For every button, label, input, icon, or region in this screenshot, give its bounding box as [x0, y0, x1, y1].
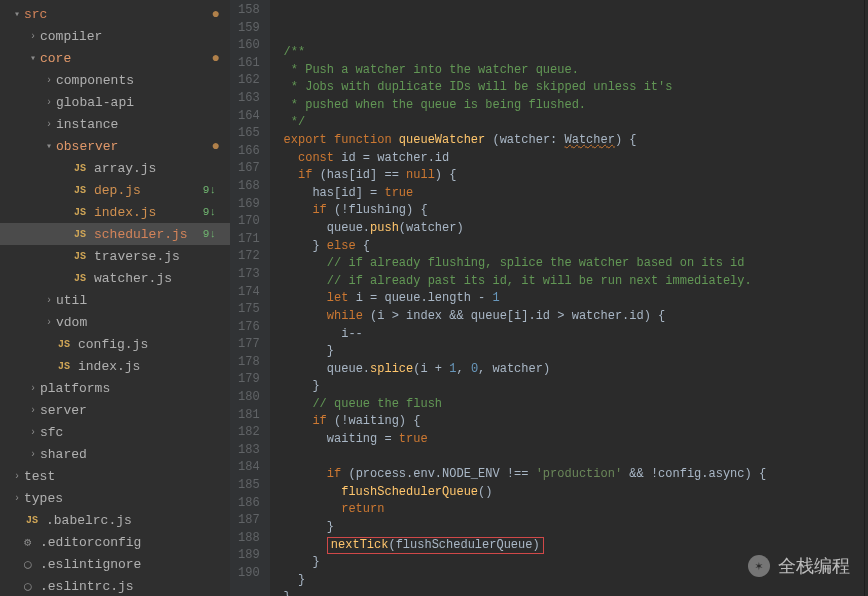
tree-item-label: watcher.js — [94, 271, 220, 286]
chevron-right-icon[interactable]: › — [26, 31, 40, 42]
code-line[interactable]: /** — [284, 44, 864, 62]
chevron-right-icon[interactable]: › — [42, 317, 56, 328]
code-line[interactable]: // if already flushing, splice the watch… — [284, 255, 864, 273]
code-line[interactable]: waiting = true — [284, 431, 864, 449]
js-file-icon: JS — [72, 229, 94, 240]
code-line[interactable]: // if already past its id, it will be ru… — [284, 273, 864, 291]
code-line[interactable]: flushSchedulerQueue() — [284, 484, 864, 502]
tree-item-types[interactable]: ›types — [0, 487, 230, 509]
chevron-down-icon[interactable]: ▾ — [42, 140, 56, 152]
tree-item-sfc[interactable]: ›sfc — [0, 421, 230, 443]
tree-item--eslintignore[interactable]: ◯.eslintignore — [0, 553, 230, 575]
code-area[interactable]: /** * Push a watcher into the watcher qu… — [270, 0, 864, 596]
code-line[interactable]: nextTick(flushSchedulerQueue) — [284, 537, 864, 555]
code-line[interactable]: if (!waiting) { — [284, 413, 864, 431]
code-line[interactable]: */ — [284, 114, 864, 132]
chevron-right-icon[interactable]: › — [42, 75, 56, 86]
tree-item-instance[interactable]: ›instance — [0, 113, 230, 135]
tree-item-label: config.js — [78, 337, 220, 352]
code-line[interactable]: if (!flushing) { — [284, 202, 864, 220]
tree-item-index-js[interactable]: JSindex.js — [0, 355, 230, 377]
code-line[interactable]: if (has[id] == null) { — [284, 167, 864, 185]
tree-item-label: .babelrc.js — [46, 513, 220, 528]
tree-item-server[interactable]: ›server — [0, 399, 230, 421]
code-line[interactable]: queue.splice(i + 1, 0, watcher) — [284, 361, 864, 379]
code-line[interactable]: } — [284, 589, 864, 596]
code-line[interactable]: * Jobs with duplicate IDs will be skippe… — [284, 79, 864, 97]
code-line[interactable]: } — [284, 519, 864, 537]
chevron-right-icon[interactable]: › — [26, 449, 40, 460]
line-number: 184 — [238, 459, 260, 477]
token: ) { — [435, 168, 457, 182]
code-line[interactable]: i-- — [284, 326, 864, 344]
tree-item-label: platforms — [40, 381, 220, 396]
chevron-down-icon[interactable]: ▾ — [10, 8, 24, 20]
chevron-right-icon[interactable]: › — [42, 295, 56, 306]
code-line[interactable] — [284, 449, 864, 467]
tree-item-dep-js[interactable]: JSdep.js9↓ — [0, 179, 230, 201]
tree-item--eslintrc-js[interactable]: ◯.eslintrc.js — [0, 575, 230, 596]
chevron-right-icon[interactable]: › — [42, 97, 56, 108]
tree-item-vdom[interactable]: ›vdom — [0, 311, 230, 333]
tree-item-label: util — [56, 293, 220, 308]
tree-item-index-js[interactable]: JSindex.js9↓ — [0, 201, 230, 223]
tree-item-components[interactable]: ›components — [0, 69, 230, 91]
line-gutter: 1581591601611621631641651661671681691701… — [230, 0, 270, 596]
chevron-right-icon[interactable]: › — [10, 493, 24, 504]
code-line[interactable]: if (process.env.NODE_ENV !== 'production… — [284, 466, 864, 484]
code-line[interactable]: has[id] = true — [284, 185, 864, 203]
code-line[interactable]: * Push a watcher into the watcher queue. — [284, 62, 864, 80]
line-number: 187 — [238, 512, 260, 530]
gear-icon: ⚙ — [24, 535, 40, 550]
code-line[interactable]: while (i > index && queue[i].id > watche… — [284, 308, 864, 326]
tree-item-observer[interactable]: ▾observer● — [0, 135, 230, 157]
tree-item-traverse-js[interactable]: JStraverse.js — [0, 245, 230, 267]
tree-item-test[interactable]: ›test — [0, 465, 230, 487]
code-line[interactable]: * pushed when the queue is being flushed… — [284, 97, 864, 115]
code-line[interactable]: // queue the flush — [284, 396, 864, 414]
chevron-right-icon[interactable]: › — [26, 383, 40, 394]
tree-item-array-js[interactable]: JSarray.js — [0, 157, 230, 179]
code-line[interactable]: const id = watcher.id — [284, 150, 864, 168]
chevron-right-icon[interactable]: › — [26, 405, 40, 416]
tree-item-label: index.js — [78, 359, 220, 374]
code-line[interactable]: } — [284, 378, 864, 396]
js-file-icon: JS — [72, 251, 94, 262]
chevron-down-icon[interactable]: ▾ — [26, 52, 40, 64]
code-line[interactable]: let i = queue.length - 1 — [284, 290, 864, 308]
chevron-right-icon[interactable]: › — [42, 119, 56, 130]
chevron-right-icon[interactable]: › — [26, 427, 40, 438]
tree-item--babelrc-js[interactable]: JS.babelrc.js — [0, 509, 230, 531]
scrollbar[interactable] — [864, 0, 868, 596]
tree-item-global-api[interactable]: ›global-api — [0, 91, 230, 113]
tree-item-label: types — [24, 491, 220, 506]
code-line[interactable]: return — [284, 501, 864, 519]
line-number: 171 — [238, 231, 260, 249]
code-line[interactable]: } — [284, 343, 864, 361]
tree-item--editorconfig[interactable]: ⚙.editorconfig — [0, 531, 230, 553]
tree-item-compiler[interactable]: ›compiler — [0, 25, 230, 47]
code-line[interactable]: export function queueWatcher (watcher: W… — [284, 132, 864, 150]
token: watcher — [500, 133, 550, 147]
tree-item-label: .editorconfig — [40, 535, 220, 550]
chevron-right-icon[interactable]: › — [10, 471, 24, 482]
tree-item-shared[interactable]: ›shared — [0, 443, 230, 465]
line-number: 162 — [238, 72, 260, 90]
tree-item-label: array.js — [94, 161, 220, 176]
code-line[interactable]: queue.push(watcher) — [284, 220, 864, 238]
file-tree[interactable]: ▾src●›compiler▾core●›components›global-a… — [0, 0, 230, 596]
js-file-icon: JS — [56, 361, 78, 372]
tree-item-label: traverse.js — [94, 249, 220, 264]
token: (watcher) — [399, 221, 464, 235]
code-line[interactable]: } else { — [284, 238, 864, 256]
tree-item-src[interactable]: ▾src● — [0, 3, 230, 25]
tree-item-platforms[interactable]: ›platforms — [0, 377, 230, 399]
tree-item-core[interactable]: ▾core● — [0, 47, 230, 69]
token: */ — [284, 115, 306, 129]
token: } — [298, 573, 305, 587]
tree-item-util[interactable]: ›util — [0, 289, 230, 311]
tree-item-config-js[interactable]: JSconfig.js — [0, 333, 230, 355]
line-number: 158 — [238, 2, 260, 20]
tree-item-watcher-js[interactable]: JSwatcher.js — [0, 267, 230, 289]
tree-item-scheduler-js[interactable]: JSscheduler.js9↓ — [0, 223, 230, 245]
